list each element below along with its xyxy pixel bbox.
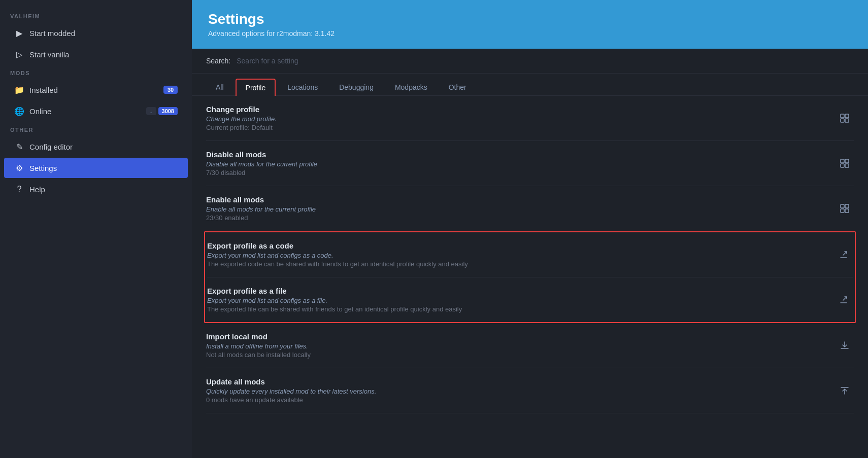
sidebar-item-settings[interactable]: ⚙ Settings (4, 158, 188, 178)
gear-icon: ⚙ (14, 163, 24, 173)
svg-rect-8 (841, 204, 844, 208)
setting-change-profile-desc: Change the mod profile. (206, 115, 836, 123)
installed-badge: 30 (163, 86, 178, 94)
sidebar-item-start-modded[interactable]: ▶ Start modded (4, 23, 188, 43)
download-icon-badge: ↓ (146, 107, 156, 115)
setting-export-code-desc: Export your mod list and configs as a co… (207, 252, 834, 259)
setting-update-all-mods-content: Update all mods Quickly update every ins… (206, 377, 836, 404)
setting-enable-all-mods-content: Enable all mods Enable all mods for the … (206, 195, 836, 222)
settings-list: Change profile Change the mod profile. C… (192, 96, 868, 413)
sidebar-config-editor-label: Config editor (29, 143, 73, 151)
setting-export-profile-code: Export profile as a code Export your mod… (207, 232, 853, 277)
edit-icon: ✎ (14, 142, 24, 152)
sidebar-start-modded-label: Start modded (29, 29, 75, 38)
svg-rect-7 (845, 164, 849, 167)
main-content: Settings Advanced options for r2modman: … (192, 0, 868, 458)
setting-export-code-content: Export profile as a code Export your mod… (207, 241, 834, 268)
search-bar: Search: (192, 49, 868, 74)
folder-icon: 📁 (14, 85, 24, 95)
setting-enable-all-mods-title: Enable all mods (206, 195, 836, 204)
svg-rect-2 (841, 119, 844, 122)
setting-export-file-title: Export profile as a file (207, 287, 834, 295)
setting-import-local-mod-title: Import local mod (206, 332, 836, 341)
setting-import-local-mod-desc: Install a mod offline from your files. (206, 342, 836, 350)
setting-disable-all-mods-action[interactable] (836, 154, 854, 172)
setting-update-all-mods-title: Update all mods (206, 377, 836, 386)
svg-rect-0 (841, 114, 844, 118)
setting-change-profile-action[interactable] (836, 109, 854, 127)
search-input[interactable] (237, 57, 854, 65)
tab-locations[interactable]: Locations (278, 79, 327, 96)
tab-debugging[interactable]: Debugging (329, 79, 383, 96)
search-label: Search: (206, 57, 230, 65)
setting-update-all-mods-desc: Quickly update every installed mod to th… (206, 387, 836, 395)
sidebar-other-label: OTHER (0, 122, 192, 136)
tab-other[interactable]: Other (439, 79, 476, 96)
sidebar-settings-label: Settings (29, 164, 57, 172)
tab-all[interactable]: All (206, 79, 233, 96)
svg-rect-1 (845, 114, 849, 118)
sidebar-installed-label: Installed (29, 86, 58, 94)
sidebar-game-label: VALHEIM (0, 8, 192, 22)
setting-update-all-mods-action[interactable] (836, 381, 854, 400)
setting-change-profile: Change profile Change the mod profile. C… (206, 96, 854, 141)
setting-export-file-info: The exported file can be shared with fri… (207, 305, 834, 313)
svg-rect-4 (841, 159, 844, 163)
setting-export-code-title: Export profile as a code (207, 241, 834, 250)
sidebar-mods-label: MODS (0, 65, 192, 79)
setting-enable-all-mods-info: 23/30 enabled (206, 214, 836, 222)
setting-export-profile-file: Export profile as a file Export your mod… (207, 277, 853, 322)
sidebar: VALHEIM ▶ Start modded ▷ Start vanilla M… (0, 0, 192, 458)
svg-rect-9 (845, 204, 849, 208)
page-title: Settings (208, 11, 852, 27)
setting-disable-all-mods-info: 7/30 disabled (206, 169, 836, 177)
setting-import-local-mod: Import local mod Install a mod offline f… (206, 323, 854, 368)
settings-content: Search: All Profile Locations Debugging … (192, 49, 868, 458)
setting-enable-all-mods: Enable all mods Enable all mods for the … (206, 186, 854, 231)
setting-disable-all-mods-title: Disable all mods (206, 150, 836, 159)
setting-export-code-action[interactable] (834, 245, 853, 264)
svg-rect-6 (841, 164, 844, 167)
setting-import-local-mod-action[interactable] (836, 336, 854, 355)
setting-enable-all-mods-desc: Enable all mods for the current profile (206, 205, 836, 213)
sidebar-start-vanilla-label: Start vanilla (29, 50, 69, 59)
sidebar-item-online[interactable]: 🌐 Online ↓ 3008 (4, 101, 188, 121)
setting-disable-all-mods: Disable all mods Disable all mods for th… (206, 141, 854, 186)
sidebar-item-start-vanilla[interactable]: ▷ Start vanilla (4, 44, 188, 64)
setting-import-local-mod-content: Import local mod Install a mod offline f… (206, 332, 836, 359)
setting-export-code-info: The exported code can be shared with fri… (207, 260, 834, 268)
tab-modpacks[interactable]: Modpacks (385, 79, 437, 96)
svg-rect-3 (845, 119, 849, 122)
setting-change-profile-info: Current profile: Default (206, 124, 836, 131)
svg-rect-5 (845, 159, 849, 163)
setting-enable-all-mods-action[interactable] (836, 199, 854, 218)
play-icon: ▶ (14, 28, 24, 38)
setting-change-profile-content: Change profile Change the mod profile. C… (206, 105, 836, 131)
setting-export-file-content: Export profile as a file Export your mod… (207, 287, 834, 313)
setting-update-all-mods: Update all mods Quickly update every ins… (206, 368, 854, 413)
tab-profile[interactable]: Profile (236, 79, 276, 96)
sidebar-item-help[interactable]: ? Help (4, 179, 188, 199)
online-count-badge: 3008 (158, 107, 178, 115)
sidebar-item-config-editor[interactable]: ✎ Config editor (4, 136, 188, 157)
setting-change-profile-title: Change profile (206, 105, 836, 114)
play-outline-icon: ▷ (14, 49, 24, 59)
globe-icon: 🌐 (14, 106, 24, 116)
sidebar-help-label: Help (29, 185, 45, 194)
setting-update-all-mods-info: 0 mods have an update available (206, 396, 836, 404)
page-header: Settings Advanced options for r2modman: … (192, 0, 868, 49)
setting-export-file-action[interactable] (834, 291, 853, 309)
page-subtitle: Advanced options for r2modman: 3.1.42 (208, 29, 852, 38)
setting-import-local-mod-info: Not all mods can be installed locally (206, 351, 836, 359)
help-icon: ? (14, 184, 24, 194)
svg-rect-11 (845, 209, 849, 213)
highlighted-export-section: Export profile as a code Export your mod… (204, 231, 856, 323)
sidebar-online-label: Online (29, 107, 51, 116)
setting-export-file-desc: Export your mod list and configs as a fi… (207, 297, 834, 304)
setting-disable-all-mods-desc: Disable all mods for the current profile (206, 160, 836, 168)
online-badges: ↓ 3008 (146, 107, 178, 115)
sidebar-item-installed[interactable]: 📁 Installed 30 (4, 80, 188, 100)
svg-rect-10 (841, 209, 844, 213)
setting-disable-all-mods-content: Disable all mods Disable all mods for th… (206, 150, 836, 177)
settings-tabs: All Profile Locations Debugging Modpacks… (192, 74, 868, 96)
